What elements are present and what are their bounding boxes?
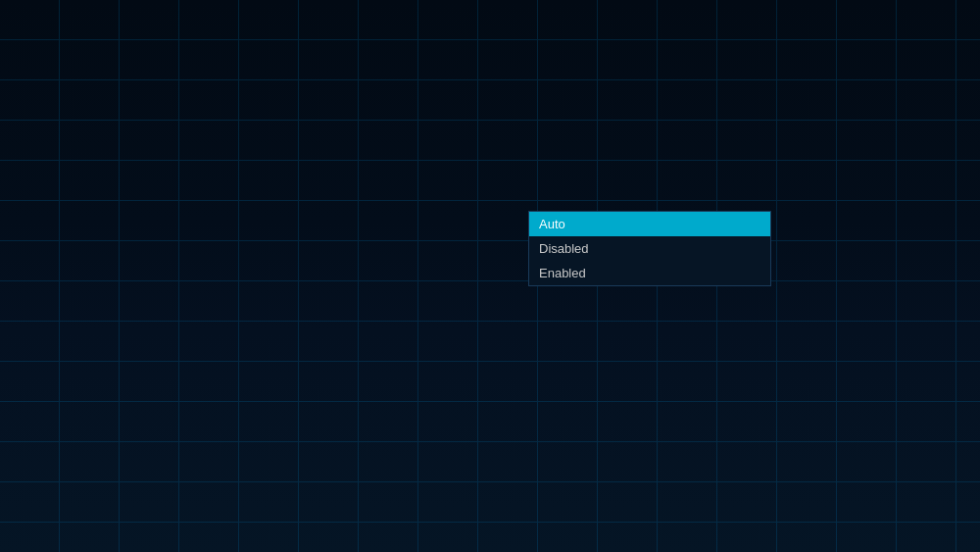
dynamic-oc-dropdown-container: Auto ▼ Auto Disabled Enabled [528, 211, 771, 232]
dropdown-option-disabled[interactable]: Disabled [529, 236, 770, 261]
dropdown-option-auto[interactable]: Auto [529, 212, 770, 236]
dropdown-menu: Auto Disabled Enabled [528, 211, 771, 286]
dropdown-option-enabled[interactable]: Enabled [529, 261, 770, 285]
